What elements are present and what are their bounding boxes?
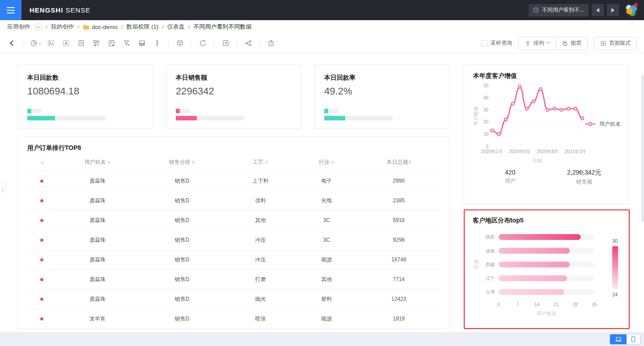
col-rank-sort[interactable]: ⇅ [27, 154, 56, 171]
breadcrumb-my-creation[interactable]: 我的创作 [51, 23, 74, 31]
back-button[interactable] [6, 37, 19, 50]
bar-chart-card-selected[interactable]: 客户地区分布top5 陕西成都西藏辽宁台湾0714212835用户姓名区域 30… [464, 209, 630, 329]
svg-text:20: 20 [483, 120, 489, 124]
add-filter-widget-button[interactable] [105, 37, 118, 50]
table-header-row: ⇅ 用户姓名⇅ 销售分组⇅ 工艺⇅ 行业⇅ 本日总额1 [27, 154, 440, 171]
kpi-value: 49.2% [324, 85, 440, 97]
breadcrumb-data-permission[interactable]: 数据权限 (1) [127, 23, 159, 31]
stat-users: 420 用户 [473, 169, 547, 186]
share-icon [245, 39, 252, 47]
phone-icon [631, 336, 636, 342]
kpi-card-payment-count[interactable]: 本日回款数 1080694.18 [18, 64, 153, 128]
table-row[interactable]: 龚蕊珠销售D抛光塑料12423 [27, 289, 440, 309]
breadcrumb-app-create[interactable]: 应用创作 [7, 23, 42, 31]
layers-icon [562, 40, 568, 47]
funnel-icon [123, 39, 131, 47]
row-rank-dot [40, 179, 43, 183]
share-button[interactable] [242, 37, 254, 50]
kpi-title: 本日销售额 [176, 74, 292, 82]
bar-colorbar: 30 24 [608, 238, 622, 297]
next-page-button[interactable] [607, 4, 619, 16]
row-rank-dot [40, 298, 43, 301]
svg-text:0: 0 [486, 144, 488, 149]
kpi-card-payment-rate[interactable]: 本日回款率 49.2% [315, 64, 449, 128]
row-rank-dot [40, 199, 43, 202]
table-row[interactable]: 龚蕊珠销售D上下料电子2990 [27, 171, 440, 191]
user-avatar[interactable] [625, 4, 638, 17]
app-switch-dropdown[interactable] [35, 23, 42, 30]
table-row[interactable]: 龚蕊珠销售D供料光电2385 [27, 191, 440, 210]
prev-page-button[interactable] [592, 4, 604, 16]
sort-icon[interactable]: ⇅ [265, 160, 268, 165]
sample-query-label: 采样查询 [491, 39, 512, 47]
add-shapes-button[interactable] [90, 37, 102, 50]
line-chart-svg: 010203040502020年1月2020年5月2020年9月2021年1月日… [473, 80, 586, 168]
vertical-scrollbar[interactable] [641, 75, 644, 222]
page-layout-button[interactable]: 页面版式 [594, 37, 637, 50]
svg-text:成都: 成都 [486, 248, 495, 253]
dashboard-toolbar: 采样查询 排列 图层 页面版式 [0, 34, 644, 53]
folder-icon [83, 24, 89, 30]
sort-icon[interactable]: ⇅ [331, 160, 335, 165]
sort-icon[interactable]: ⇅ [192, 160, 195, 165]
refresh-button[interactable] [196, 37, 209, 50]
arrange-icon [525, 40, 531, 47]
breadcrumb-dashboard[interactable]: 仪表盘 [167, 23, 185, 31]
sample-query-toggle[interactable]: 采样查询 [481, 39, 512, 47]
sort-priority-badge: 1 [408, 160, 411, 165]
desktop-view-button[interactable] [610, 334, 627, 344]
svg-text:辽宁: 辽宁 [486, 276, 495, 281]
add-image-button[interactable] [44, 37, 57, 50]
kpi-value: 1080694.18 [27, 85, 143, 97]
orders-table: ⇅ 用户姓名⇅ 销售分组⇅ 工艺⇅ 行业⇅ 本日总额1 龚蕊珠销售D上下料电子2… [27, 154, 440, 329]
export-button[interactable] [265, 37, 277, 50]
svg-text:区域: 区域 [474, 260, 479, 269]
mobile-view-button[interactable] [627, 334, 640, 344]
history-button[interactable]: 不同用户看到不... [529, 4, 589, 17]
panel-expand-handle[interactable] [0, 181, 6, 199]
table-row[interactable]: 龙半青销售D喷涂能源1919 [27, 309, 440, 329]
col-user-name[interactable]: 用户姓名⇅ [56, 154, 139, 171]
present-button[interactable] [174, 37, 186, 50]
svg-text:用户数量: 用户数量 [473, 106, 479, 126]
logo-bold: HENGSHI [30, 6, 63, 14]
table-row[interactable]: 龚蕊珠销售D冲压3C9298 [27, 230, 440, 250]
add-funnel-filter-button[interactable] [120, 37, 133, 50]
col-industry[interactable]: 行业⇅ [296, 154, 357, 171]
col-sales-group[interactable]: 销售分组⇅ [139, 154, 225, 171]
line-chart-card[interactable]: 本年度客户增值 010203040502020年1月2020年5月2020年9月… [464, 64, 628, 204]
svg-text:21: 21 [554, 302, 559, 307]
arrange-button[interactable]: 排列 [519, 37, 555, 50]
add-text-button[interactable] [59, 37, 72, 50]
fullscreen-button[interactable] [219, 37, 232, 50]
kpi-card-sales-amount[interactable]: 本日销售额 2296342 [166, 64, 301, 128]
line-legend-label: 用户姓名 [599, 120, 621, 128]
grid-layout-icon [600, 40, 606, 47]
table-row[interactable]: 龚蕊珠销售D打磨其他7714 [27, 269, 440, 289]
add-table-widget-button[interactable] [136, 37, 148, 50]
kpi-legend-chip [27, 109, 31, 113]
col-craft[interactable]: 工艺⇅ [225, 154, 296, 171]
orders-table-card[interactable]: 用户订单排行TOP8 ⇅ 用户姓名⇅ 销售分组⇅ 工艺⇅ 行业⇅ 本日总额1 龚… [18, 137, 449, 329]
breadcrumb-doc-demo[interactable]: doc-demo [83, 24, 118, 30]
line-legend[interactable]: 用户姓名 [584, 120, 621, 128]
svg-text:2020年9月: 2020年9月 [537, 149, 558, 154]
svg-text:日期: 日期 [532, 158, 542, 163]
row-rank-dot [40, 239, 43, 242]
table-row[interactable]: 龚蕊珠销售D冲压能源16748 [27, 250, 440, 269]
col-today-total[interactable]: 本日总额1 [357, 154, 440, 171]
add-chart-button[interactable] [29, 37, 42, 50]
table-row[interactable]: 龚蕊珠销售D其他3C5918 [27, 210, 440, 230]
layers-button[interactable]: 图层 [555, 37, 587, 50]
more-widgets-button[interactable] [151, 37, 163, 50]
kpi-legend-chip [176, 109, 180, 113]
sample-query-checkbox[interactable] [481, 40, 487, 47]
svg-text:30: 30 [483, 107, 489, 112]
dashboard-canvas: 本日回款数 1080694.18 本日销售额 2296342 本日回款率 49.… [0, 53, 644, 346]
sort-icon[interactable]: ⇅ [107, 160, 111, 165]
sort-icon[interactable]: ⇅ [41, 161, 44, 165]
menu-icon[interactable] [0, 0, 21, 20]
add-card-button[interactable] [75, 37, 87, 50]
svg-text:40: 40 [483, 95, 489, 100]
svg-text:7: 7 [517, 302, 519, 307]
